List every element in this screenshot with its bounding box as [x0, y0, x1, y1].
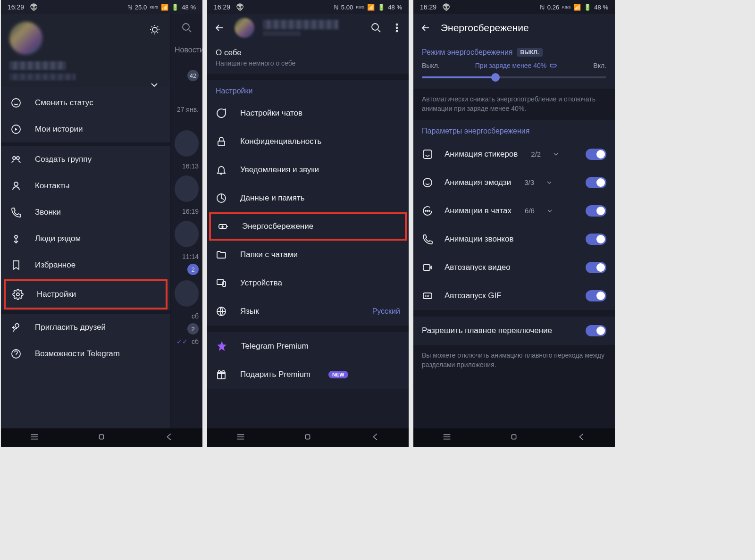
- nfc-icon: ℕ: [127, 4, 132, 11]
- drawer-saved[interactable]: Избранное: [1, 252, 170, 278]
- settings-gift-premium[interactable]: Подарить Premium NEW: [207, 360, 409, 389]
- switch[interactable]: [586, 205, 606, 217]
- svg-point-12: [372, 24, 378, 30]
- switch[interactable]: [586, 234, 606, 245]
- drawer-list: Сменить статус Мои истории Создать групп…: [1, 87, 170, 367]
- drawer-item-label: Люди рядом: [35, 234, 81, 243]
- drawer-item-label: Избранное: [35, 260, 76, 270]
- toggle-autoplay-video[interactable]: Автозапуск видео: [413, 253, 615, 282]
- settings-chat-folders[interactable]: Папки с чатами: [207, 241, 409, 269]
- settings-item-label: Конфиденциальность: [240, 137, 321, 146]
- nav-back-icon[interactable]: [164, 432, 174, 444]
- toggle-counter: 6/6: [525, 207, 535, 215]
- toggle-counter: 2/2: [531, 150, 541, 158]
- drawer-set-status[interactable]: Сменить статус: [1, 90, 170, 116]
- svg-point-9: [15, 324, 19, 327]
- settings-power-saving[interactable]: Энергосбережение: [209, 212, 407, 241]
- svg-rect-30: [423, 265, 430, 270]
- toggle-chat-animations[interactable]: Анимации в чатах 6/6: [413, 197, 615, 225]
- power-hint-auto: Автоматически снижать энергопотребление …: [413, 89, 615, 120]
- toggle-emoji-animation[interactable]: Анимация эмодзи 3/3: [413, 168, 615, 197]
- section-power-mode: Режим энергосбережения ВЫКЛ.: [413, 42, 615, 61]
- drawer-calls[interactable]: Звонки: [1, 199, 170, 226]
- tab-news[interactable]: Новости: [171, 42, 202, 59]
- power-slider[interactable]: [422, 76, 606, 78]
- nav-recent-icon[interactable]: [442, 432, 452, 444]
- settings-item-label: Настройки чатов: [240, 109, 302, 118]
- slider-label-off: Выкл.: [422, 62, 440, 69]
- more-icon[interactable]: [391, 22, 403, 34]
- toggle-label: Анимация стикеров: [445, 150, 518, 159]
- settings-language[interactable]: Язык Русский: [207, 297, 409, 326]
- switch[interactable]: [586, 262, 606, 273]
- switch[interactable]: [586, 325, 606, 336]
- settings-devices[interactable]: Устройства: [207, 269, 409, 297]
- drawer-contacts[interactable]: Контакты: [1, 173, 170, 199]
- toggle-label: Автозапуск GIF: [445, 291, 502, 301]
- power-slider-labels: Выкл. При заряде менее 40% Вкл.: [413, 61, 615, 73]
- svg-rect-20: [223, 282, 226, 286]
- nav-bar: [413, 428, 615, 447]
- theme-toggle-icon[interactable]: [147, 22, 163, 38]
- nav-back-icon[interactable]: [576, 432, 587, 444]
- reddit-icon: 👽: [236, 3, 244, 11]
- status-time: 16:29: [420, 3, 436, 11]
- settings-chats[interactable]: Настройки чатов: [207, 99, 409, 127]
- search-icon[interactable]: [171, 14, 202, 42]
- drawer-new-group[interactable]: Создать группу: [1, 146, 170, 173]
- status-bar: 16:29 👽 ℕ 5.00 KB/S 📶🔋 48 %: [207, 0, 409, 14]
- settings-premium[interactable]: Telegram Premium: [207, 332, 409, 360]
- switch[interactable]: [586, 290, 606, 301]
- drawer-item-label: Мои истории: [35, 125, 83, 134]
- avatar[interactable]: [9, 22, 42, 55]
- nav-recent-icon[interactable]: [29, 432, 40, 444]
- screen-power-saving: 16:29 👽 ℕ 0.26 KB/S 📶🔋 48 % Энергосбереж…: [413, 0, 615, 447]
- drawer-invite[interactable]: Пригласить друзей: [1, 314, 170, 341]
- slider-label-on: Вкл.: [593, 62, 606, 69]
- drawer-people-nearby[interactable]: Люди рядом: [1, 226, 170, 252]
- nav-home-icon[interactable]: [302, 432, 313, 444]
- toggle-call-animations[interactable]: Анимации звонков: [413, 225, 615, 253]
- power-mode-state-badge: ВЫКЛ.: [517, 48, 543, 57]
- back-icon[interactable]: [213, 21, 226, 34]
- user-status-blurred: [263, 31, 301, 36]
- screen-settings-root: 16:29 👽 ℕ 5.00 KB/S 📶🔋 48 % О себе: [207, 0, 409, 447]
- svg-text:GIF: GIF: [425, 294, 430, 298]
- toggle-autoplay-gif[interactable]: GIF Автозапуск GIF: [413, 282, 615, 310]
- toggle-smooth-transitions[interactable]: Разрешить плавное переключение: [413, 317, 615, 345]
- drawer-item-label: Возможности Telegram: [35, 349, 120, 359]
- switch[interactable]: [586, 177, 606, 188]
- settings-item-label: Энергосбережение: [242, 222, 313, 231]
- svg-point-29: [429, 210, 430, 211]
- svg-rect-11: [100, 435, 104, 439]
- nav-home-icon[interactable]: [96, 432, 107, 444]
- drawer-settings[interactable]: Настройки: [4, 279, 168, 309]
- drawer-item-label: Создать группу: [35, 155, 92, 164]
- nav-back-icon[interactable]: [370, 432, 380, 444]
- reddit-icon: 👽: [442, 3, 450, 11]
- section-header-label: Параметры энергосбережения: [422, 127, 529, 135]
- switch[interactable]: [586, 149, 606, 160]
- nav-bar: [207, 428, 409, 447]
- drawer-faq[interactable]: Возможности Telegram: [1, 341, 170, 367]
- search-icon[interactable]: [370, 22, 382, 34]
- avatar[interactable]: [235, 18, 254, 38]
- bio-field[interactable]: О себе Напишите немного о себе: [207, 42, 409, 74]
- section-header-label: Режим энергосбережения: [422, 48, 513, 57]
- svg-point-28: [427, 210, 428, 211]
- battery-pct: 48 %: [182, 4, 196, 11]
- settings-data-storage[interactable]: Данные и память: [207, 184, 409, 212]
- settings-privacy[interactable]: Конфиденциальность: [207, 127, 409, 156]
- nav-recent-icon[interactable]: [235, 432, 246, 444]
- account-chevron-icon[interactable]: [149, 79, 160, 91]
- svg-point-26: [423, 178, 432, 187]
- settings-notifications[interactable]: Уведомления и звуки: [207, 156, 409, 184]
- drawer-item-label: Контакты: [35, 181, 69, 191]
- back-icon[interactable]: [419, 21, 432, 34]
- settings-item-label: Устройства: [240, 278, 282, 288]
- reddit-icon: 👽: [30, 3, 38, 11]
- settings-item-label: Telegram Premium: [241, 342, 309, 351]
- nav-home-icon[interactable]: [509, 432, 519, 444]
- toggle-sticker-animation[interactable]: Анимация стикеров 2/2: [413, 140, 615, 168]
- drawer-my-stories[interactable]: Мои истории: [1, 116, 170, 142]
